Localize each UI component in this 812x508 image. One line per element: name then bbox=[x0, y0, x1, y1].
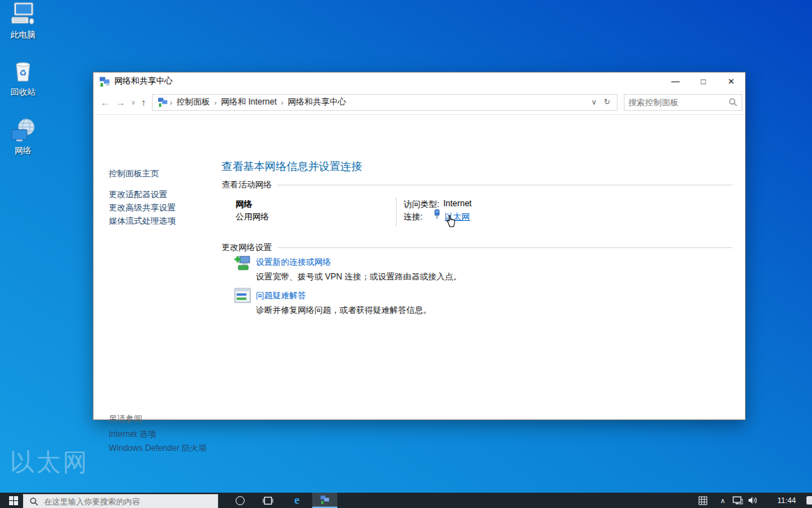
control-panel-search[interactable] bbox=[624, 94, 742, 111]
window-body: 控制面板主页 更改适配器设置 更改高级共享设置 媒体流式处理选项 另请参阅 In… bbox=[93, 115, 745, 420]
tray-network-button[interactable] bbox=[730, 493, 744, 508]
change-settings-section-header: 更改网络设置 bbox=[222, 242, 733, 254]
network-sharing-icon bbox=[99, 76, 110, 87]
taskbar-search-icon bbox=[29, 497, 38, 506]
desktop-icon-network[interactable]: 网络 bbox=[3, 117, 43, 157]
desktop-icon-recycle-bin[interactable]: ♻ 回收站 bbox=[3, 59, 43, 98]
search-input[interactable] bbox=[629, 98, 728, 107]
breadcrumb-control-panel[interactable]: 控制面板 bbox=[172, 96, 214, 108]
taskbar-app-icon bbox=[319, 495, 330, 505]
setup-new-connection-desc: 设置宽带、拨号或 VPN 连接；或设置路由器或接入点。 bbox=[256, 271, 461, 283]
edge-icon: e bbox=[294, 493, 300, 507]
breadcrumb-network-sharing-center[interactable]: 网络和共享中心 bbox=[284, 96, 351, 108]
up-button[interactable]: ↑ bbox=[141, 97, 146, 108]
subtitle-overlay: 以太网 bbox=[10, 446, 89, 479]
address-bar[interactable]: › 控制面板 › 网络和 Internet › 网络和共享中心 ∨ ↻ bbox=[152, 94, 618, 111]
setup-new-connection-link[interactable]: 设置新的连接或网络 bbox=[256, 256, 331, 268]
svg-text:♻: ♻ bbox=[19, 68, 26, 78]
troubleshoot-link[interactable]: 问题疑难解答 bbox=[256, 290, 306, 302]
ime-grid-icon bbox=[698, 496, 707, 505]
desktop-icon-label: 回收站 bbox=[10, 86, 36, 98]
search-icon bbox=[728, 98, 737, 107]
refresh-icon[interactable]: ↻ bbox=[600, 98, 613, 107]
taskbar-search-input[interactable] bbox=[44, 498, 212, 506]
page-title: 查看基本网络信息并设置连接 bbox=[222, 160, 362, 174]
taskbar: e ∧ bbox=[0, 493, 812, 508]
start-button[interactable] bbox=[4, 493, 22, 508]
sidebar-item-internet-options[interactable]: Internet 选项 bbox=[109, 429, 156, 440]
ime-keyboard-button[interactable] bbox=[696, 493, 710, 508]
task-view-icon bbox=[263, 496, 273, 505]
edge-button[interactable]: e bbox=[289, 493, 305, 508]
change-settings-label: 更改网络设置 bbox=[222, 242, 272, 254]
troubleshoot-desc: 诊断并修复网络问题，或者获得疑难解答信息。 bbox=[256, 305, 431, 316]
window-titlebar[interactable]: 网络和共享中心 — □ ✕ bbox=[93, 72, 745, 90]
speaker-icon bbox=[748, 496, 758, 505]
ethernet-icon bbox=[432, 209, 442, 220]
access-type-value: Internet bbox=[443, 199, 472, 208]
desktop-icon-label: 网络 bbox=[15, 145, 31, 157]
task-view-button[interactable] bbox=[259, 493, 276, 508]
new-connection-icon[interactable] bbox=[233, 254, 252, 272]
forward-button[interactable]: → bbox=[116, 97, 125, 108]
active-networks-label: 查看活动网络 bbox=[222, 179, 272, 191]
sidebar-item-change-adapter-settings[interactable]: 更改适配器设置 bbox=[109, 189, 167, 201]
desktop-icon-this-pc[interactable]: 此电脑 bbox=[3, 1, 43, 41]
address-dropdown-icon[interactable]: ∨ bbox=[588, 98, 600, 107]
cortana-icon bbox=[236, 496, 245, 505]
show-hidden-icons-button[interactable]: ∧ bbox=[717, 493, 729, 508]
recent-pages-dropdown-icon[interactable]: ∨ bbox=[131, 99, 136, 106]
action-center-icon-partial[interactable] bbox=[806, 496, 812, 505]
cortana-button[interactable] bbox=[231, 493, 248, 508]
this-pc-icon bbox=[10, 1, 36, 28]
address-network-icon bbox=[158, 97, 168, 107]
see-also-header: 另请参阅 bbox=[109, 413, 142, 425]
sidebar-item-control-panel-home[interactable]: 控制面板主页 bbox=[109, 168, 159, 180]
tray-clock[interactable]: 11:44 bbox=[765, 493, 796, 508]
ethernet-connection-link[interactable]: 以太网 bbox=[445, 211, 470, 223]
network-type: 公用网络 bbox=[236, 211, 269, 223]
tray-volume-button[interactable] bbox=[746, 493, 760, 508]
desktop-icon-label: 此电脑 bbox=[10, 29, 36, 41]
taskbar-search[interactable] bbox=[23, 494, 218, 508]
back-button[interactable]: ← bbox=[100, 97, 110, 108]
maximize-button[interactable]: □ bbox=[689, 72, 717, 90]
minimize-button[interactable]: — bbox=[661, 72, 689, 90]
connections-label: 连接: bbox=[404, 211, 422, 223]
recycle-bin-icon: ♻ bbox=[10, 59, 36, 85]
breadcrumb-network-internet[interactable]: 网络和 Internet bbox=[217, 96, 281, 108]
section-rule bbox=[277, 185, 733, 185]
close-button[interactable]: ✕ bbox=[717, 72, 745, 90]
section-rule bbox=[277, 247, 733, 248]
window-title: 网络和共享中心 bbox=[114, 75, 173, 87]
sidebar-item-advanced-sharing[interactable]: 更改高级共享设置 bbox=[109, 202, 176, 214]
network-name: 网络 bbox=[236, 199, 252, 210]
windows-logo-icon bbox=[9, 496, 18, 505]
sidebar-item-windows-defender-firewall[interactable]: Windows Defender 防火墙 bbox=[109, 442, 207, 454]
active-network-divider bbox=[396, 197, 397, 226]
troubleshoot-icon[interactable] bbox=[234, 288, 251, 303]
sidebar-item-media-streaming[interactable]: 媒体流式处理选项 bbox=[109, 215, 176, 227]
network-icon bbox=[10, 117, 36, 144]
active-networks-section-header: 查看活动网络 bbox=[222, 179, 733, 191]
desktop-background: 此电脑 ♻ 回收站 网络 以太网 bbox=[0, 0, 812, 508]
taskbar-app-network-sharing-center[interactable] bbox=[312, 493, 337, 508]
tray-network-icon bbox=[733, 496, 743, 505]
network-sharing-center-window: 网络和共享中心 — □ ✕ ← → ∨ ↑ › bbox=[93, 72, 746, 420]
address-toolbar: ← → ∨ ↑ › 控制面板 › 网络和 Internet › 网络和共享中心 bbox=[93, 90, 745, 115]
